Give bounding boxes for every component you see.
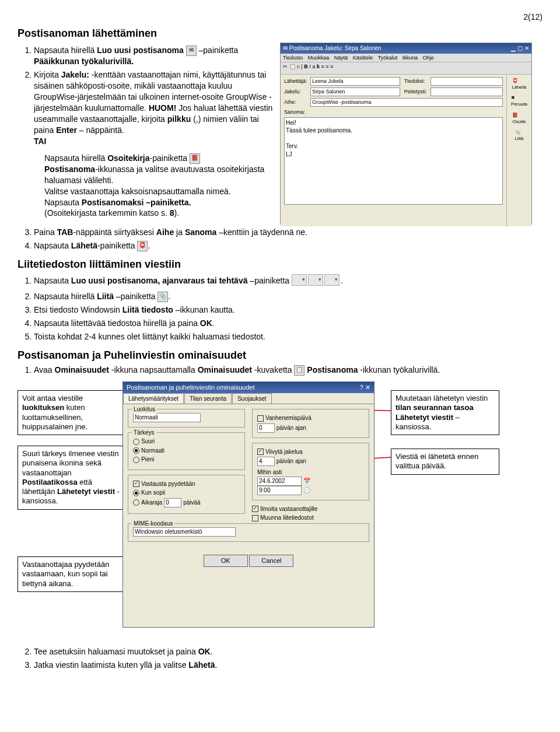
or-label: TAI [34,136,47,146]
menu-item: Työkalut [378,55,398,61]
txt: Normaali [141,447,164,455]
txt: Postisanoma [44,164,95,174]
legend: Tärkeys [132,429,156,437]
txt: Osoite [512,119,526,124]
clip-icon: 📎 [158,292,168,302]
page-number: 2(12) [18,12,542,23]
txt: Postilaatikossa [22,478,78,486]
txt: Liitä tiedosto [123,305,173,314]
txt: Sanoma [185,227,216,237]
to-value: Sirpa Salonen [310,87,400,96]
txt: -ikkunan työkalurivillä. [358,365,440,374]
txt: luokituksen [22,403,64,412]
tab-security: Suojaukset [232,393,271,404]
send-icon: 📮Lähetä [512,78,526,91]
delay-days: 4 [257,457,275,466]
chk-notify: Ilmoita vastaanottajille [252,505,369,513]
send-icon-inline: 📮 [137,241,148,251]
dialog-title-text: Postisanoman ja puhelinviestin ominaisuu… [127,383,255,392]
body-textarea: Hei! Tässä tulee postisanoma. Terv. LJ [284,117,503,205]
txt: Lähetä [188,660,215,670]
mail-title-text: Postisanoma Jakelu: Sirpa Salonen [289,45,382,51]
txt: 8 [170,208,174,218]
address-icon: 📕Osoite [512,113,526,125]
txt: Aikaraja [141,499,162,507]
txt: –ikkunan kautta. [173,305,235,314]
chk-convert: Muunna liitetiedostot [252,514,369,522]
txt: Peruuta [511,101,527,107]
txt: – näppäintä. [77,125,124,135]
fieldset-reply: Vastausta pyydetään Kun sopii Aikaraja 0… [128,475,245,514]
chk-expiry: Vanhenemispäivä [257,414,364,422]
menu-item: Ikkuna [402,55,418,61]
txt: Lähetetyt viestit [396,413,453,422]
txt: Luo uusi postisanoma, ajanvaraus tai teh… [71,276,248,285]
txt: Lähetetyt viestit [57,487,115,496]
txt: päivää [183,499,200,507]
menu-item: Ohje [423,55,434,61]
txt: –kenttiin ja täydennä ne. [216,227,307,237]
subj-value: GroupWise -postisanoma [310,98,503,107]
cancel-icon: ✖Peruuta [511,95,527,108]
step-3: Paina TAB-näppäintä siirtyäksesi Aihe ja… [34,227,542,238]
step-4: Napsauta Lähetä-painiketta 📮. [34,240,542,251]
fieldset-priority: Tärkeys Suuri Normaali Pieni [128,432,245,470]
mail-toolbar: ✂ 📋 ⎌ | B I a k ≡ ≡ ≡ [281,62,531,75]
txt: HUOM! [149,103,176,113]
radio-low: Pieni [133,456,240,464]
attach-step-2: Napsauta hiirellä Liitä –painiketta 📎. [34,291,542,302]
txt: Jakelu: [61,70,89,79]
txt: (Osoitekirjasta tarkemmin katso s. [44,208,170,218]
classification-value: Normaali [133,413,201,422]
toolbar-icons [292,274,341,289]
txt: Pieni [141,456,154,464]
mail-menubar: Tiedosto Muokkaa Näytä Käsittele Työkalu… [281,54,531,62]
txt: Muutetaan lähetetyn viestin [396,394,488,402]
txt: Lähetä [512,85,526,90]
txt: tilan seurannan tasoa [396,403,474,412]
txt: Ominaisuudet [55,365,109,374]
properties-dialog: Postisanoman ja puhelinviestin ominaisuu… [123,381,374,628]
appointment-icon [308,274,323,286]
attach-step-4: Napsauta liitettävää tiedostoa hiirellä … [34,318,542,329]
mail-icon [292,274,307,286]
txt: OK [200,318,212,328]
txt: Postisanomaksi –painiketta. [82,198,191,207]
txt: Liitä [515,136,524,141]
attach-step-5: Toista kohdat 2-4 kunnes olet liittänyt … [34,331,542,342]
txt: –painiketta [247,276,292,285]
until-time: 9:00 [257,486,302,495]
bcc-value [430,87,503,96]
txt: Pääikkunan työkalurivillä. [34,57,134,66]
callout-priority: Suuri tärkeys ilmenee viestin punaisena … [18,446,126,510]
txt: Etsi tiedosto Windowsin [34,305,123,314]
txt: ). [174,208,180,218]
ok-button: OK [204,555,248,567]
menu-item: Tiedosto [283,55,303,61]
txt: Paina [34,227,57,237]
txt: päivän ajan [276,425,306,431]
body-label: Sanoma: [284,108,309,115]
txt: Postisanoma [307,365,358,374]
txt: Valitse vastaanottaja kaksoisnapsauttama… [44,187,231,196]
attach-step-3: Etsi tiedosto Windowsin Liitä tiedosto –… [34,304,542,316]
days-value: 0 [164,498,181,507]
txt: -painiketta [97,241,137,250]
heading-send-mail: Postisanoman lähettäminen [18,26,542,40]
txt: –painiketta [114,292,158,301]
mime-value: Windowsin oletusmerkistö [133,527,236,537]
txt: TAB [57,227,74,237]
new-mail-icon: ✉ [186,45,197,56]
txt: Liitä [97,292,114,301]
txt: Luo uusi postisanoma [97,45,184,55]
txt: -painiketta [150,153,190,163]
sub-instructions: Napsauta hiirellä Osoitekirja-painiketta… [44,153,274,219]
callout-reply: Vastaanottajaa pyydetään vastaamaan, kun… [18,556,126,592]
txt: Napsauta [34,241,71,250]
callout-tracking: Muutetaan lähetetyn viestin tilan seuran… [391,390,499,435]
radio-whenfits: Kun sopii [133,489,240,497]
txt: Vastausta pyydetään [141,480,195,488]
tab-send: Lähetysmääritykset [123,393,184,404]
txt: Enter [56,125,77,135]
txt: Suuri [141,437,155,446]
